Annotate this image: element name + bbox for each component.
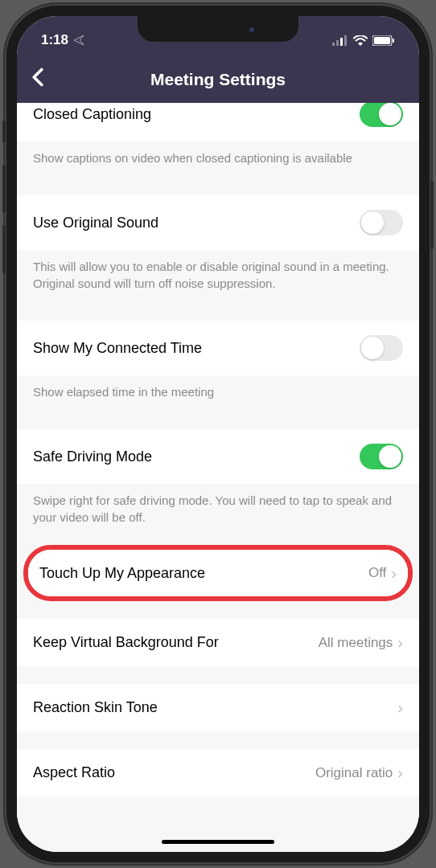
svg-rect-6 <box>393 39 394 43</box>
connected-time-row[interactable]: Show My Connected Time <box>17 321 419 375</box>
wifi-icon <box>353 35 368 46</box>
chevron-right-icon: › <box>397 764 403 782</box>
spacer <box>17 178 419 195</box>
closed-captioning-label: Closed Captioning <box>33 106 151 123</box>
home-indicator[interactable] <box>162 840 274 844</box>
safe-driving-row[interactable]: Safe Driving Mode <box>17 429 419 484</box>
spacer <box>17 731 419 749</box>
aspect-ratio-row[interactable]: Aspect Ratio Original ratio › <box>17 749 419 796</box>
original-sound-row[interactable]: Use Original Sound <box>17 195 419 250</box>
touch-up-value: Off <box>368 565 386 581</box>
original-sound-toggle[interactable] <box>360 210 403 235</box>
closed-captioning-row[interactable]: Closed Captioning <box>17 103 419 141</box>
chevron-right-icon: › <box>397 698 403 717</box>
back-button[interactable] <box>31 67 44 92</box>
spacer <box>17 537 419 545</box>
svg-rect-1 <box>336 40 339 46</box>
original-sound-desc: This will allow you to enable or disable… <box>17 250 419 303</box>
svg-rect-5 <box>374 37 390 44</box>
battery-icon <box>372 35 395 46</box>
location-icon <box>73 35 84 46</box>
volume-down-button <box>2 225 6 273</box>
phone-frame: 1:18 <box>5 4 431 864</box>
spacer <box>17 666 419 684</box>
page-title: Meeting Settings <box>150 70 286 89</box>
virtual-bg-row[interactable]: Keep Virtual Background For All meetings… <box>17 619 419 666</box>
skin-tone-row[interactable]: Reaction Skin Tone › <box>17 684 419 731</box>
closed-captioning-toggle[interactable] <box>360 103 403 127</box>
power-button <box>430 181 434 249</box>
notch <box>138 16 298 42</box>
safe-driving-desc: Swipe right for safe driving mode. You w… <box>17 484 419 537</box>
chevron-left-icon <box>31 68 44 87</box>
spacer <box>17 411 419 429</box>
svg-rect-0 <box>332 43 335 46</box>
virtual-bg-value: All meetings <box>319 635 393 651</box>
safe-driving-toggle[interactable] <box>360 444 403 469</box>
spacer <box>17 601 419 619</box>
status-right <box>332 35 395 46</box>
virtual-bg-value-wrap: All meetings › <box>319 633 403 652</box>
highlight-annotation: Touch Up My Appearance Off › <box>23 545 413 601</box>
touch-up-row[interactable]: Touch Up My Appearance Off › <box>28 550 408 596</box>
content-scroll[interactable]: Closed Captioning Show captions on video… <box>17 103 419 852</box>
closed-captioning-desc: Show captions on video when closed capti… <box>17 141 419 178</box>
phone-screen: 1:18 <box>17 16 419 852</box>
virtual-bg-label: Keep Virtual Background For <box>33 634 219 651</box>
chevron-right-icon: › <box>397 633 403 652</box>
spacer <box>17 303 419 321</box>
status-left: 1:18 <box>41 32 84 48</box>
aspect-ratio-label: Aspect Ratio <box>33 764 115 781</box>
skin-tone-value-wrap: › <box>393 698 403 717</box>
volume-up-button <box>2 165 6 213</box>
cellular-icon <box>332 35 348 46</box>
status-time: 1:18 <box>41 32 68 48</box>
safe-driving-label: Safe Driving Mode <box>33 448 152 465</box>
nav-header: Meeting Settings <box>17 56 419 103</box>
connected-time-toggle[interactable] <box>360 335 403 361</box>
aspect-ratio-value: Original ratio <box>315 765 393 781</box>
svg-rect-2 <box>340 38 343 46</box>
chevron-right-icon: › <box>391 564 397 583</box>
silence-switch <box>2 121 6 143</box>
connected-time-desc: Show elapsed time in the meeting <box>17 375 419 411</box>
original-sound-label: Use Original Sound <box>33 215 158 231</box>
touch-up-value-wrap: Off › <box>368 564 397 583</box>
connected-time-label: Show My Connected Time <box>33 340 202 357</box>
aspect-ratio-value-wrap: Original ratio › <box>315 764 403 782</box>
skin-tone-label: Reaction Skin Tone <box>33 699 158 716</box>
svg-rect-3 <box>344 35 347 46</box>
touch-up-label: Touch Up My Appearance <box>39 565 205 582</box>
